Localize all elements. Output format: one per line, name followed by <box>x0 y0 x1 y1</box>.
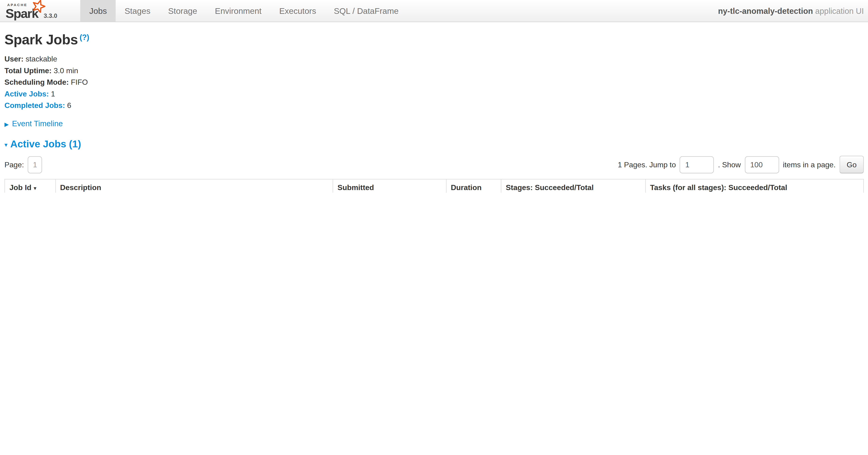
job-summary: User: stackable Total Uptime: 3.0 min Sc… <box>4 55 864 110</box>
spark-version: 3.3.0 <box>43 12 57 19</box>
active-jobs-link[interactable]: Active Jobs: <box>4 90 49 98</box>
spark-logo: APACHESpark 3.3.0 <box>4 0 65 22</box>
application-ui-suffix: application UI <box>813 6 864 15</box>
tab-stages[interactable]: Stages <box>116 0 159 22</box>
application-title: ny-tlc-anomaly-detection application UI <box>718 0 864 22</box>
col-header-submitted[interactable]: Submitted <box>333 179 446 193</box>
col-header-description[interactable]: Description <box>55 179 333 193</box>
active-jobs-table: Job Id▾ Description Submitted Duration S… <box>4 179 864 193</box>
col-header-duration[interactable]: Duration <box>446 179 501 193</box>
page-title: Spark Jobs(?) <box>4 32 864 48</box>
application-name: ny-tlc-anomaly-detection <box>718 6 813 15</box>
go-button[interactable]: Go <box>839 155 864 173</box>
spark-ui-page: APACHESpark 3.3.0 Jobs Stages Storage En… <box>0 0 868 193</box>
col-header-job-id[interactable]: Job Id▾ <box>5 179 55 193</box>
tab-executors[interactable]: Executors <box>270 0 325 22</box>
summary-active-jobs: Active Jobs: 1 <box>4 90 864 98</box>
summary-uptime: Total Uptime: 3.0 min <box>4 66 864 75</box>
completed-jobs-link[interactable]: Completed Jobs: <box>4 102 65 110</box>
expand-right-icon: ▶ <box>4 121 9 127</box>
col-header-tasks[interactable]: Tasks (for all stages): Succeeded/Total <box>645 179 864 193</box>
help-link[interactable]: (?) <box>80 33 89 41</box>
event-timeline-toggle[interactable]: ▶Event Timeline <box>4 119 864 128</box>
active-jobs-section-header[interactable]: ▾Active Jobs (1) <box>4 138 864 150</box>
nav-tabs: Jobs Stages Storage Environment Executor… <box>81 0 407 22</box>
summary-scheduling-mode: Scheduling Mode: FIFO <box>4 78 864 86</box>
navbar: APACHESpark 3.3.0 Jobs Stages Storage En… <box>0 0 868 22</box>
collapse-down-icon: ▾ <box>4 141 7 148</box>
tab-sql-dataframe[interactable]: SQL / DataFrame <box>325 0 407 22</box>
jump-to-input[interactable] <box>680 156 714 173</box>
tab-storage[interactable]: Storage <box>159 0 206 22</box>
tab-jobs[interactable]: Jobs <box>81 0 116 22</box>
col-header-stages[interactable]: Stages: Succeeded/Total <box>501 179 646 193</box>
page-number-input[interactable] <box>28 156 42 173</box>
sort-desc-icon: ▾ <box>33 185 36 191</box>
spark-star-icon <box>32 0 45 12</box>
page-size-input[interactable] <box>745 156 779 173</box>
summary-completed-jobs: Completed Jobs: 6 <box>4 102 864 110</box>
summary-user: User: stackable <box>4 55 864 63</box>
active-pager-top: Page: 1 Pages. Jump to . Show items in a… <box>4 155 864 173</box>
tab-environment[interactable]: Environment <box>206 0 270 22</box>
